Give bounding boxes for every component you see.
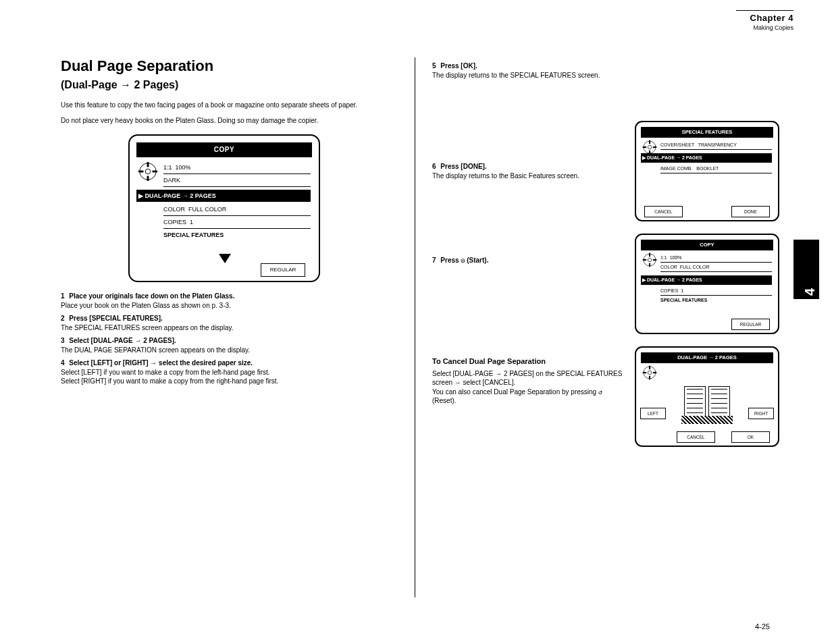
cancel-step: Select [DUAL-PAGE → 2 PAGES] on the SPEC… [432,369,625,406]
thumbnail-column: SPECIAL FEATURES COVER/SHEET TRANSPARENC… [635,121,779,459]
row: COPIES 1 [660,286,772,296]
done-button[interactable]: DONE [731,206,770,217]
chapter-label: Chapter 4 [736,13,793,23]
step-7: 7 Press ◎ (Start). [432,256,625,265]
copy-screen: COPY 1:1 100% COLOR FULL COLOR ▶ DUAL-PA… [635,234,779,334]
screen-title: DUAL-PAGE → 2 PAGES [641,352,773,363]
cancel-button[interactable]: CANCEL [644,206,683,217]
row-selected: ▶ DUAL-PAGE → 2 PAGES [641,275,772,285]
screen-title: COPY [136,142,312,157]
screen-title: COPY [641,240,773,250]
cancel-heading: To Cancel Dual Page Separation [432,357,625,365]
step-3: 3 Select [DUAL-PAGE → 2 PAGES]. The DUAL… [61,336,398,354]
left-column: Dual Page Separation (Dual-Page → 2 Page… [61,57,398,390]
special-features-screen: SPECIAL FEATURES COVER/SHEET TRANSPARENC… [635,121,779,221]
ok-button[interactable]: OK [731,431,770,443]
cancel-button[interactable]: CANCEL [677,431,715,443]
row-special: SPECIAL FEATURES [163,229,311,241]
step-6: 6 Press [DONE]. The display returns to t… [432,162,625,180]
step-5: 5 Press [OK]. The display returns to the… [432,61,625,80]
start-icon: ◎ [461,257,465,264]
row: COLOR FULL COLOR [660,263,772,272]
row-selected: ▶ DUAL-PAGE → 2 PAGES [641,153,772,163]
page-right-icon [708,386,730,417]
dial-icon [138,161,158,182]
reset-icon: ↺ [598,388,602,396]
row-special: SPECIAL FEATURES [660,296,772,304]
basic-features-screen: COPY 1:1 100% DARK ▶ DUAL-PAGE → 2 PAGES… [128,134,320,282]
page-number: 4-25 [755,622,770,630]
side-tab: 4 [793,240,819,299]
dial-icon [642,252,657,267]
row-dark: DARK [163,174,311,187]
step-4: 4 Select [LEFT] or [RIGHT] → select the … [61,358,398,386]
section-subtitle: (Dual-Page → 2 Pages) [61,79,398,91]
regular-button[interactable]: REGULAR [261,263,305,277]
screen-title: SPECIAL FEATURES [641,127,773,138]
row-copies: COPIES 1 [163,216,311,229]
row-selected: ▶ DUAL-PAGE → 2 PAGES [136,190,311,202]
regular-button[interactable]: REGULAR [731,319,770,330]
row: 1:1 100% [660,253,772,263]
page-header: Chapter 4 Making Copies [736,9,793,31]
step-1: 1 Place your originals face down on the … [61,292,398,310]
row-color: COLOR FULL COLOR [163,203,311,216]
caution-text: Do not place very heavy books on the Pla… [61,116,398,125]
column-divider [415,57,415,597]
row: IMAGE COMB. BOOKLET [660,164,772,173]
platen-base-icon [681,416,733,424]
step-2: 2 Press [SPECIAL FEATURES]. The SPECIAL … [61,314,398,332]
intro-text: Use this feature to copy the two facing … [61,101,398,109]
page-left-icon [684,386,706,417]
dial-icon [642,140,657,155]
row: COVER/SHEET TRANSPARENCY [660,140,772,150]
right-column: 5 Press [OK]. The display returns to the… [432,57,770,410]
down-arrow-icon [219,254,231,263]
section-title: Dual Page Separation [61,57,398,75]
right-hint[interactable]: RIGHT [748,408,774,419]
chapter-subtitle: Making Copies [736,24,793,31]
dial-icon [642,365,657,380]
row-ratio: 1:1 100% [163,161,311,174]
dual-page-screen: DUAL-PAGE → 2 PAGES LEFT RIGHT CANCEL OK [635,346,779,447]
dual-page-graphic: LEFT RIGHT [636,385,778,431]
left-hint[interactable]: LEFT [640,408,666,419]
